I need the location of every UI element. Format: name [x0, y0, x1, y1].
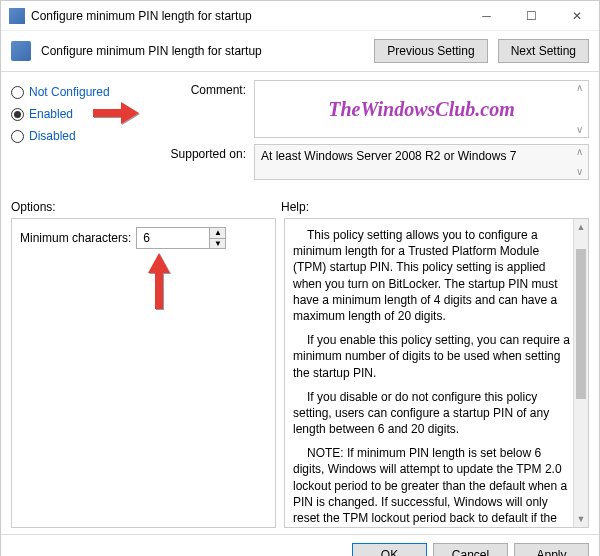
- annotation-arrow-icon: [146, 251, 172, 311]
- chevron-up-icon: ▲: [574, 221, 588, 233]
- spinner-value: 6: [137, 231, 209, 245]
- chevron-down-icon: ▼: [574, 513, 588, 525]
- minimize-button[interactable]: ─: [464, 1, 509, 31]
- watermark-text: TheWindowsClub.com: [328, 98, 515, 121]
- radio-icon: [11, 108, 24, 121]
- previous-setting-button[interactable]: Previous Setting: [374, 39, 487, 63]
- policy-title: Configure minimum PIN length for startup: [41, 44, 364, 58]
- chevron-down-icon: ∨: [572, 167, 586, 177]
- window-title: Configure minimum PIN length for startup: [31, 9, 464, 23]
- radio-icon: [11, 86, 24, 99]
- help-label: Help:: [281, 200, 309, 214]
- scrollbar[interactable]: ∧ ∨: [572, 147, 586, 177]
- spinner-down-button[interactable]: ▼: [210, 238, 225, 248]
- supported-label: Supported on:: [161, 144, 246, 161]
- help-paragraph: If you enable this policy setting, you c…: [293, 332, 570, 381]
- radio-icon: [11, 130, 24, 143]
- chevron-up-icon: ∧: [572, 83, 586, 93]
- policy-icon: [9, 8, 25, 24]
- radio-label: Enabled: [29, 107, 73, 121]
- state-radio-group: Not Configured Enabled Disabled: [11, 80, 151, 186]
- maximize-button[interactable]: ☐: [509, 1, 554, 31]
- spinner-up-button[interactable]: ▲: [210, 228, 225, 238]
- radio-disabled[interactable]: Disabled: [11, 129, 151, 143]
- radio-label: Disabled: [29, 129, 76, 143]
- policy-header-icon: [11, 41, 31, 61]
- radio-not-configured[interactable]: Not Configured: [11, 85, 151, 99]
- ok-button[interactable]: OK: [352, 543, 427, 556]
- chevron-down-icon: ∨: [572, 125, 586, 135]
- help-paragraph: If you disable or do not configure this …: [293, 389, 570, 438]
- cancel-button[interactable]: Cancel: [433, 543, 508, 556]
- radio-label: Not Configured: [29, 85, 110, 99]
- options-label: Options:: [11, 200, 281, 214]
- help-panel: This policy setting allows you to config…: [284, 218, 589, 528]
- comment-textarea[interactable]: TheWindowsClub.com ∧ ∨: [254, 80, 589, 138]
- min-characters-label: Minimum characters:: [20, 231, 131, 245]
- min-characters-spinner[interactable]: 6 ▲ ▼: [136, 227, 226, 249]
- options-panel: Minimum characters: 6 ▲ ▼: [11, 218, 276, 528]
- policy-dialog-window: Configure minimum PIN length for startup…: [0, 0, 600, 556]
- header-row: Configure minimum PIN length for startup…: [1, 31, 599, 72]
- titlebar[interactable]: Configure minimum PIN length for startup…: [1, 1, 599, 31]
- close-button[interactable]: ✕: [554, 1, 599, 31]
- comment-label: Comment:: [161, 80, 246, 97]
- help-paragraph: NOTE: If minimum PIN length is set below…: [293, 445, 570, 528]
- supported-value: At least Windows Server 2008 R2 or Windo…: [261, 149, 516, 163]
- scrollbar-thumb[interactable]: [576, 249, 586, 399]
- scrollbar[interactable]: ▲ ▼: [573, 219, 588, 527]
- comment-column: Comment: TheWindowsClub.com ∧ ∨ Supporte…: [161, 80, 589, 186]
- dialog-buttons: OK Cancel Apply: [1, 534, 599, 556]
- state-comment-area: Not Configured Enabled Disabled Comment:…: [1, 72, 599, 194]
- chevron-up-icon: ∧: [572, 147, 586, 157]
- scrollbar[interactable]: ∧ ∨: [572, 83, 586, 135]
- supported-on-box: At least Windows Server 2008 R2 or Windo…: [254, 144, 589, 180]
- apply-button[interactable]: Apply: [514, 543, 589, 556]
- radio-enabled[interactable]: Enabled: [11, 107, 151, 121]
- section-labels: Options: Help:: [1, 194, 599, 218]
- main-panels: Minimum characters: 6 ▲ ▼ This policy se…: [1, 218, 599, 534]
- help-paragraph: This policy setting allows you to config…: [293, 227, 570, 324]
- next-setting-button[interactable]: Next Setting: [498, 39, 589, 63]
